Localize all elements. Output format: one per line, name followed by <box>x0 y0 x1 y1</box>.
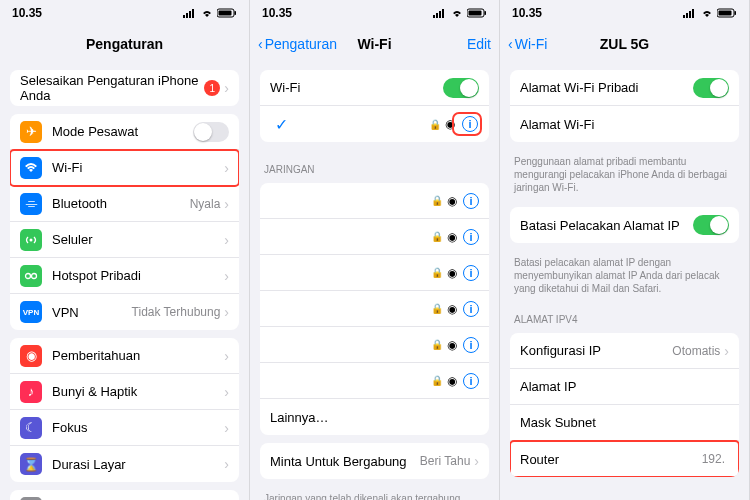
network-row[interactable]: 🔒◉i <box>260 327 489 363</box>
vpn-row[interactable]: VPN VPN Tidak Terhubung › <box>10 294 239 330</box>
other-label: Lainnya… <box>270 410 479 425</box>
wifi-address-row: Alamat Wi-Fi <box>510 106 739 142</box>
back-button[interactable]: ‹ Wi-Fi <box>508 36 547 52</box>
sound-label: Bunyi & Haptik <box>52 384 224 399</box>
bluetooth-row[interactable]: ⌯ Bluetooth Nyala › <box>10 186 239 222</box>
info-icon[interactable]: i <box>463 265 479 281</box>
ip-row: Alamat IP <box>510 369 739 405</box>
subnet-row: Mask Subnet <box>510 405 739 441</box>
finish-setup-row[interactable]: Selesaikan Pengaturan iPhone Anda 1 › <box>10 70 239 106</box>
svg-rect-15 <box>469 11 482 16</box>
svg-point-7 <box>30 238 33 241</box>
wifi-toggle-label: Wi-Fi <box>270 80 443 95</box>
network-row[interactable]: 🔒◉i <box>260 255 489 291</box>
limit-ip-toggle[interactable] <box>693 215 729 235</box>
wifi-toggle-row: Wi-Fi <box>260 70 489 106</box>
config-ip-value: Otomatis <box>672 344 720 358</box>
signal-strength-icon: ◉ <box>447 194 457 208</box>
bell-icon: ◉ <box>20 345 42 367</box>
status-bar: 10.35 <box>0 0 249 26</box>
hotspot-label: Hotspot Pribadi <box>52 268 224 283</box>
chevron-right-icon: › <box>474 453 479 469</box>
wifi-icon <box>200 8 214 18</box>
chevron-right-icon: › <box>224 160 229 176</box>
nav-bar: ‹ Wi-Fi ZUL 5G <box>500 26 749 62</box>
limit-ip-label: Batasi Pelacakan Alamat IP <box>520 218 693 233</box>
status-indicators <box>683 8 737 18</box>
chevron-right-icon: › <box>224 80 229 96</box>
private-address-toggle[interactable] <box>693 78 729 98</box>
wifi-icon <box>450 8 464 18</box>
sound-row[interactable]: ♪ Bunyi & Haptik › <box>10 374 239 410</box>
chevron-right-icon: › <box>224 348 229 364</box>
status-indicators <box>433 8 487 18</box>
connected-network-row[interactable]: ✓ 🔒 ◉ i <box>260 106 489 142</box>
clock: 10.35 <box>12 6 42 20</box>
wifi-address-label: Alamat Wi-Fi <box>520 117 729 132</box>
edit-button[interactable]: Edit <box>467 36 491 52</box>
ask-join-row[interactable]: Minta Untuk Bergabung Beri Tahu › <box>260 443 489 479</box>
ask-join-label: Minta Untuk Bergabung <box>270 454 420 469</box>
dns-header: DNS <box>500 485 749 500</box>
svg-rect-17 <box>683 15 685 18</box>
page-title: Pengaturan <box>0 36 249 52</box>
limit-note: Batasi pelacakan alamat IP dengan menyem… <box>500 251 749 300</box>
cellular-row[interactable]: Seluler › <box>10 222 239 258</box>
router-label: Router <box>520 452 702 467</box>
wifi-screen: 10.35 ‹ Pengaturan Wi-Fi Edit Wi-Fi ✓ 🔒 … <box>250 0 500 500</box>
battery-icon <box>217 8 237 18</box>
signal-strength-icon: ◉ <box>447 302 457 316</box>
signal-icon <box>183 8 197 18</box>
info-icon[interactable]: i <box>462 116 478 132</box>
chevron-right-icon: › <box>224 420 229 436</box>
info-highlight: i <box>455 115 479 133</box>
other-network-row[interactable]: Lainnya… <box>260 399 489 435</box>
ask-join-value: Beri Tahu <box>420 454 470 468</box>
limit-ip-row: Batasi Pelacakan Alamat IP <box>510 207 739 243</box>
wifi-icon <box>700 8 714 18</box>
lock-icon: 🔒 <box>431 231 443 242</box>
info-icon[interactable]: i <box>463 193 479 209</box>
general-row[interactable]: ⚙ Umum › <box>10 490 239 500</box>
hotspot-row[interactable]: Hotspot Pribadi › <box>10 258 239 294</box>
network-row[interactable]: 🔒◉i <box>260 183 489 219</box>
sound-icon: ♪ <box>20 381 42 403</box>
svg-rect-23 <box>735 11 737 15</box>
svg-rect-16 <box>485 11 487 15</box>
settings-screen: 10.35 Pengaturan Selesaikan Pengaturan i… <box>0 0 250 500</box>
notifications-row[interactable]: ◉ Pemberitahuan › <box>10 338 239 374</box>
finish-setup-label: Selesaikan Pengaturan iPhone Anda <box>20 73 204 103</box>
network-row[interactable]: 🔒◉i <box>260 219 489 255</box>
signal-strength-icon: ◉ <box>447 374 457 388</box>
chevron-right-icon: › <box>224 268 229 284</box>
back-button[interactable]: ‹ Pengaturan <box>258 36 337 52</box>
chevron-right-icon: › <box>224 384 229 400</box>
svg-rect-0 <box>183 15 185 18</box>
config-ip-row[interactable]: Konfigurasi IP Otomatis › <box>510 333 739 369</box>
focus-row[interactable]: ☾ Fokus › <box>10 410 239 446</box>
notifications-label: Pemberitahuan <box>52 348 224 363</box>
private-note: Penggunaan alamat pribadi membantu mengu… <box>500 150 749 199</box>
bluetooth-label: Bluetooth <box>52 196 190 211</box>
info-icon[interactable]: i <box>463 301 479 317</box>
network-row[interactable]: 🔒◉i <box>260 363 489 399</box>
lock-icon: 🔒 <box>431 339 443 350</box>
airplane-row[interactable]: ✈ Mode Pesawat <box>10 114 239 150</box>
status-indicators <box>183 8 237 18</box>
airplane-toggle[interactable] <box>193 122 229 142</box>
networks-header: JARINGAN <box>250 150 499 179</box>
screentime-label: Durasi Layar <box>52 457 224 472</box>
chevron-right-icon: › <box>724 343 729 359</box>
battery-icon <box>717 8 737 18</box>
info-icon[interactable]: i <box>463 373 479 389</box>
signal-icon <box>683 8 697 18</box>
focus-label: Fokus <box>52 420 224 435</box>
ipv4-header: ALAMAT IPV4 <box>500 300 749 329</box>
wifi-row[interactable]: Wi-Fi › <box>10 150 239 186</box>
info-icon[interactable]: i <box>463 337 479 353</box>
svg-rect-13 <box>442 9 444 18</box>
screentime-row[interactable]: ⌛ Durasi Layar › <box>10 446 239 482</box>
network-row[interactable]: 🔒◉i <box>260 291 489 327</box>
wifi-toggle[interactable] <box>443 78 479 98</box>
info-icon[interactable]: i <box>463 229 479 245</box>
